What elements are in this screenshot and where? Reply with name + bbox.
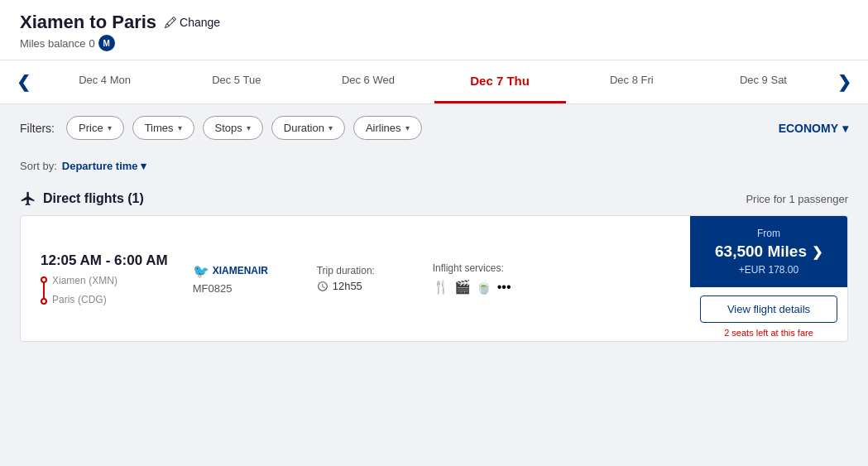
cabin-class-arrow: ▾: [842, 122, 848, 135]
duration-dropdown-arrow: ▾: [328, 123, 333, 132]
price-top[interactable]: From 63,500 Miles ❯ +EUR 178.00: [690, 216, 847, 287]
section-title-text: Direct flights (1): [43, 191, 144, 206]
cabin-class-label: ECONOMY: [779, 122, 838, 135]
header: Xiamen to Paris Change Miles balance 0 M: [0, 0, 868, 60]
more-icon: •••: [497, 280, 511, 295]
flight-number: MF0825: [193, 282, 233, 295]
stops-dropdown-arrow: ▾: [247, 123, 251, 132]
price-miles: 63,500 Miles ❯: [715, 243, 822, 261]
date-tab-dec4[interactable]: Dec 4 Mon: [39, 60, 170, 103]
price-dropdown-arrow: ▾: [108, 123, 112, 132]
origin-city: Xiamen (XMN): [52, 274, 117, 286]
flight-time-route: 12:05 AM - 6:00 AM Xiamen (XMN) Paris: [41, 252, 168, 305]
view-flight-details-button[interactable]: View flight details: [700, 295, 837, 323]
sort-bar: Sort by: Departure time ▾: [0, 151, 868, 180]
price-eur: +EUR 178.00: [739, 264, 798, 276]
filter-stops-button[interactable]: Stops ▾: [203, 116, 263, 140]
route-stops: Xiamen (XMN) Paris (CDG): [41, 274, 168, 305]
date-tab-dec8[interactable]: Dec 8 Fri: [566, 60, 698, 103]
section-header: Direct flights (1) Price for 1 passenger: [20, 180, 848, 215]
inflight-label: Inflight services:: [433, 262, 540, 274]
miles-balance: Miles balance 0 M: [20, 35, 848, 51]
sort-label: Sort by:: [20, 160, 57, 172]
filter-price-label: Price: [79, 122, 103, 134]
trip-duration: Trip duration: 12h55: [317, 265, 408, 292]
filter-times-button[interactable]: Times ▾: [132, 116, 194, 140]
date-tab-dec7[interactable]: Dec 7 Thu: [434, 60, 566, 103]
inflight-services: Inflight services: 🍴 🎬 🍵 •••: [433, 262, 540, 295]
sort-arrow-icon: ▾: [141, 160, 146, 172]
airline-name: XIAMENAIR: [213, 265, 268, 276]
miles-icon: M: [98, 35, 115, 51]
flights-section: Direct flights (1) Price for 1 passenger…: [0, 180, 868, 355]
change-button[interactable]: Change: [165, 16, 220, 29]
origin-city-name: Xiamen: [52, 275, 86, 286]
filters-bar: Filters: Price ▾ Times ▾ Stops ▾ Duratio…: [0, 104, 868, 151]
dest-dot: [41, 298, 47, 305]
origin-dot: [41, 276, 47, 283]
flight-card: 12:05 AM - 6:00 AM Xiamen (XMN) Paris: [20, 215, 848, 342]
date-nav: ❮ Dec 4 Mon Dec 5 Tue Dec 6 Wed Dec 7 Th…: [0, 60, 868, 104]
price-from-label: From: [757, 228, 780, 239]
airlines-dropdown-arrow: ▾: [405, 123, 410, 132]
meal-icon: 🍴: [433, 279, 449, 295]
cabin-class-filter[interactable]: ECONOMY ▾: [779, 122, 848, 135]
miles-balance-value: 0: [89, 37, 95, 50]
origin-city-code: (XMN): [89, 275, 117, 286]
filter-duration-label: Duration: [284, 122, 324, 134]
date-tab-dec5[interactable]: Dec 5 Tue: [170, 60, 302, 103]
price-miles-value: 63,500 Miles: [715, 243, 807, 261]
dest-city-name: Paris: [52, 294, 74, 305]
entertainment-icon: 🎬: [454, 279, 471, 295]
pencil-icon: [165, 17, 176, 28]
price-arrow-icon: ❯: [812, 244, 822, 260]
filter-price-button[interactable]: Price ▾: [66, 116, 124, 140]
price-for-label: Price for 1 passenger: [746, 193, 848, 205]
trip-duration-label: Trip duration:: [317, 265, 408, 276]
flight-main: 12:05 AM - 6:00 AM Xiamen (XMN) Paris: [21, 216, 690, 341]
date-tab-dec9[interactable]: Dec 9 Sat: [698, 60, 829, 103]
inflight-icons: 🍴 🎬 🍵 •••: [433, 279, 540, 295]
next-date-arrow[interactable]: ❯: [829, 72, 860, 92]
flight-time: 12:05 AM - 6:00 AM: [41, 252, 168, 269]
page-title: Xiamen to Paris Change: [20, 12, 848, 33]
miles-balance-label: Miles balance: [20, 37, 86, 50]
clock-icon: [317, 281, 328, 292]
date-tab-dec6[interactable]: Dec 6 Wed: [302, 60, 434, 103]
dest-city: Paris (CDG): [52, 293, 117, 305]
section-title: Direct flights (1): [20, 190, 144, 207]
airline-logo: 🐦 XIAMENAIR: [193, 263, 268, 279]
title-text: Xiamen to Paris: [20, 12, 156, 33]
sort-value-text: Departure time: [62, 160, 138, 172]
route-line: [43, 283, 45, 298]
seats-left-badge: 2 seats left at this fare: [724, 328, 813, 338]
filters-label: Filters:: [20, 122, 55, 135]
filter-airlines-button[interactable]: Airlines ▾: [353, 116, 422, 140]
sort-value[interactable]: Departure time ▾: [62, 160, 146, 172]
prev-date-arrow[interactable]: ❮: [8, 72, 39, 92]
trip-duration-value: 12h55: [317, 280, 408, 292]
filter-airlines-label: Airlines: [366, 122, 401, 134]
airline-bird-icon: 🐦: [193, 263, 209, 279]
filter-duration-button[interactable]: Duration ▾: [271, 116, 345, 140]
change-label: Change: [180, 16, 220, 29]
date-tabs: Dec 4 Mon Dec 5 Tue Dec 6 Wed Dec 7 Thu …: [39, 60, 829, 103]
trip-duration-text: 12h55: [333, 280, 362, 292]
drinks-icon: 🍵: [476, 279, 492, 295]
filter-times-label: Times: [145, 122, 174, 134]
route-cities: Xiamen (XMN) Paris (CDG): [52, 274, 117, 305]
filter-stops-label: Stops: [215, 122, 242, 134]
price-bottom: View flight details 2 seats left at this…: [690, 287, 847, 341]
price-panel: From 63,500 Miles ❯ +EUR 178.00 View fli…: [690, 216, 847, 341]
times-dropdown-arrow: ▾: [178, 123, 182, 132]
route-dots: [41, 276, 47, 305]
plane-icon: [20, 190, 36, 207]
dest-city-code: (CDG): [78, 294, 107, 305]
airline-info: 🐦 XIAMENAIR MF0825: [193, 263, 292, 295]
